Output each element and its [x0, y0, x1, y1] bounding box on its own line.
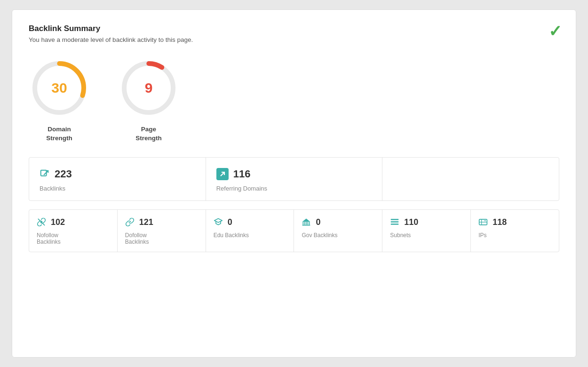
- nofollow-icon: [37, 217, 46, 227]
- svg-rect-11: [308, 222, 309, 225]
- svg-rect-12: [309, 222, 310, 225]
- referring-domains-icon: [216, 168, 229, 180]
- edu-cell[interactable]: 0 Edu Backlinks: [206, 210, 294, 252]
- dofollow-label: DofollowBacklinks: [125, 232, 198, 245]
- subnets-icon: [390, 217, 399, 227]
- nofollow-number: 102: [51, 217, 65, 227]
- domain-strength-dial: 30: [29, 57, 90, 119]
- svg-rect-9: [304, 222, 305, 225]
- dofollow-cell[interactable]: 121 DofollowBacklinks: [118, 210, 206, 252]
- edu-number: 0: [228, 217, 232, 227]
- ips-label: IPs: [478, 232, 551, 239]
- domain-strength-value: 30: [51, 80, 67, 96]
- svg-marker-13: [302, 219, 310, 222]
- gauges-row: 30 DomainStrength 9 PageStrength: [29, 57, 559, 143]
- subnets-label: Subnets: [390, 232, 463, 239]
- page-strength-dial: 9: [118, 57, 179, 119]
- ips-icon: [478, 217, 488, 227]
- gov-number: 0: [316, 217, 320, 227]
- referring-domains-label: Referring Domains: [216, 185, 372, 192]
- subnets-cell[interactable]: 110 Subnets: [382, 210, 471, 252]
- referring-domains-cell[interactable]: 116 Referring Domains: [206, 158, 383, 200]
- empty-cell: [382, 158, 559, 200]
- status-checkmark-icon: ✓: [548, 22, 562, 40]
- page-strength-label: PageStrength: [135, 125, 162, 143]
- svg-rect-14: [391, 219, 399, 221]
- dofollow-number: 121: [139, 217, 153, 227]
- svg-point-20: [485, 220, 486, 222]
- ips-cell[interactable]: 118 IPs: [471, 210, 559, 252]
- page-title: Backlink Summary: [29, 24, 559, 33]
- page-strength-gauge: 9 PageStrength: [118, 57, 179, 143]
- backlink-summary-card: ✓ Backlink Summary You have a moderate l…: [12, 9, 576, 358]
- gov-label: Gov Backlinks: [302, 232, 374, 239]
- referring-domains-number: 116: [233, 168, 251, 180]
- page-subtitle: You have a moderate level of backlink ac…: [29, 36, 559, 43]
- svg-rect-10: [306, 222, 307, 225]
- nofollow-top: 102: [37, 217, 110, 227]
- dofollow-icon: [125, 217, 135, 227]
- page-strength-value: 9: [145, 80, 153, 96]
- external-link-icon: [40, 169, 50, 179]
- edu-label: Edu Backlinks: [214, 232, 286, 239]
- backlinks-top: 223: [40, 168, 195, 180]
- domain-strength-gauge: 30 DomainStrength: [29, 57, 90, 143]
- subnets-top: 110: [390, 217, 463, 227]
- backlinks-cell[interactable]: 223 Backlinks: [29, 158, 206, 200]
- secondary-stats-row: 102 NofollowBacklinks 121 DofollowBackli…: [29, 209, 559, 252]
- backlinks-label: Backlinks: [40, 185, 195, 192]
- svg-rect-15: [391, 222, 399, 223]
- ips-number: 118: [493, 217, 507, 227]
- domain-strength-label: DomainStrength: [46, 125, 72, 143]
- backlinks-number: 223: [55, 168, 72, 180]
- edu-top: 0: [214, 217, 286, 227]
- svg-rect-7: [302, 225, 310, 226]
- main-stats-row: 223 Backlinks 116 Referring Domains: [29, 157, 559, 201]
- svg-rect-8: [303, 222, 304, 225]
- nofollow-label: NofollowBacklinks: [37, 232, 110, 245]
- svg-rect-16: [391, 224, 399, 225]
- subnets-number: 110: [404, 217, 418, 227]
- gov-icon: [302, 217, 311, 227]
- nofollow-cell[interactable]: 102 NofollowBacklinks: [29, 210, 118, 252]
- gov-top: 0: [302, 217, 374, 227]
- edu-icon: [214, 217, 223, 227]
- gov-cell[interactable]: 0 Gov Backlinks: [294, 210, 382, 252]
- svg-line-5: [38, 219, 44, 225]
- svg-marker-6: [214, 219, 222, 223]
- dofollow-top: 121: [125, 217, 198, 227]
- ips-top: 118: [478, 217, 551, 227]
- referring-domains-top: 116: [216, 168, 372, 180]
